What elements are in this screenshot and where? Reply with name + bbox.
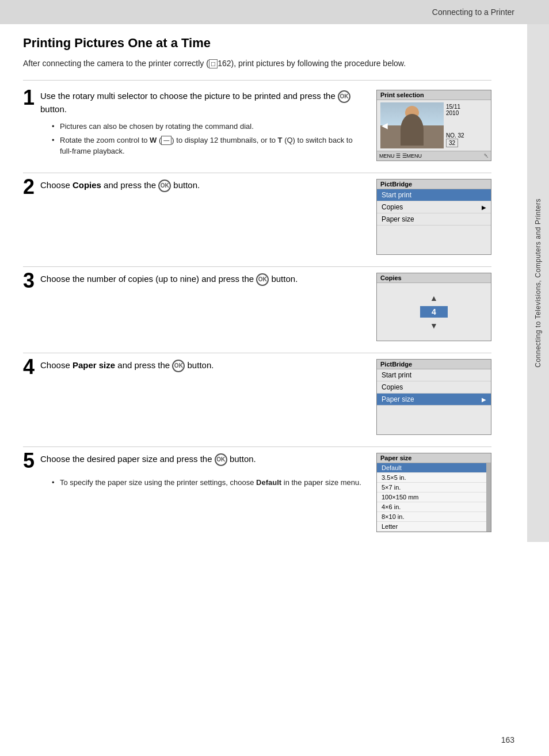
paper-size-item-5x7: 5×7 in.: [377, 483, 491, 492]
step-5-screen: Paper size Default 3.5×5 in. 5×7 in. 100…: [376, 453, 491, 532]
paper-size-list: Default 3.5×5 in. 5×7 in. 100×150 mm 4×6…: [377, 463, 491, 532]
screen-no-value: 32: [446, 139, 458, 147]
menu-item-papersize-2: Paper size ▶: [377, 394, 491, 406]
menu-item-papersize-1: Paper size: [377, 213, 491, 226]
screen-no-area: NO. 32 32: [446, 132, 464, 147]
step-2-text: Choose Copies and press the OK button.: [40, 179, 200, 192]
step-3-number: 3: [23, 270, 35, 291]
menu-item-label: Start print: [382, 191, 411, 199]
step-3-header: 3 Choose the number of copies (up to nin…: [23, 273, 365, 291]
main-content: Printing Pictures One at a Time After co…: [23, 24, 514, 544]
step-1-number: 1: [23, 87, 35, 108]
menu-item-copies-2: Copies: [377, 381, 491, 394]
menu-item-label: Paper size: [382, 215, 414, 223]
print-selection-inner: ◀ 15/112010 NO. 32 32: [380, 102, 487, 148]
menu-spacer-2: [377, 406, 491, 434]
paper-size-item-letter: Letter: [377, 522, 491, 532]
print-selection-content: ◀ 15/112010 NO. 32 32: [377, 100, 491, 151]
step-5-left: 5 Choose the desired paper size and pres…: [23, 453, 365, 491]
pictbridge-title-2: PictBridge: [377, 360, 491, 369]
step-5-bullets: To specify the paper size using the prin…: [52, 477, 365, 488]
step-5-bullet-1: To specify the paper size using the prin…: [52, 477, 365, 488]
paper-size-item-8x10: 8×10 in.: [377, 512, 491, 522]
step-1-text: Use the rotary multi selector to choose …: [40, 90, 365, 115]
step-1-row: 1 Use the rotary multi selector to choos…: [23, 90, 491, 173]
menu-arrow-icon: ▶: [482, 204, 486, 211]
menu-item-label: Start print: [382, 371, 411, 379]
nav-arrow-left-icon: ◀: [382, 121, 388, 130]
copies-box: Copies ▲ 4 ▼: [376, 273, 491, 341]
menu-item-label: Paper size: [382, 395, 414, 403]
step-4-header: 4 Choose Paper size and press the OK but…: [23, 359, 365, 377]
menu-item-copies-1: Copies ▶: [377, 201, 491, 213]
scrollbar: [486, 463, 491, 532]
ok-button-symbol-2: OK: [158, 180, 171, 192]
step-2-row: 2 Choose Copies and press the OK button.…: [23, 179, 491, 267]
step-2-screen: PictBridge Start print Copies ▶ Paper si…: [376, 179, 491, 255]
step-2-number: 2: [23, 177, 35, 197]
step-4-text: Choose Paper size and press the OK butto…: [40, 359, 214, 372]
header-title: Connecting to a Printer: [432, 7, 514, 17]
paper-size-item-4x6: 4×6 in.: [377, 502, 491, 512]
screen-info-right: 15/112010 NO. 32 32: [446, 102, 464, 148]
paper-size-item-default: Default: [377, 463, 491, 473]
menu-item-start-print-1: Start print: [377, 189, 491, 201]
top-header: Connecting to a Printer: [0, 0, 549, 24]
step-4-number: 4: [23, 357, 35, 377]
menu-item-label: Copies: [382, 383, 403, 391]
pictbridge-copies-box: PictBridge Start print Copies ▶ Paper si…: [376, 179, 491, 255]
copies-inner: ▲ 4 ▼: [377, 283, 491, 341]
paper-size-item-100x150: 100×150 mm: [377, 492, 491, 502]
print-selection-title: Print selection: [377, 90, 491, 100]
step-1-left: 1 Use the rotary multi selector to choos…: [23, 90, 365, 159]
page-number: 163: [501, 735, 514, 744]
photo-person: [401, 114, 424, 146]
ok-button-symbol-3: OK: [256, 273, 269, 286]
copies-down-arrow-icon: ▼: [430, 321, 438, 330]
copies-value: 4: [420, 306, 448, 318]
step-1-bullet-1: Pictures can also be chosen by rotating …: [52, 121, 365, 132]
pictbridge-menu-1: Start print Copies ▶ Paper size: [377, 189, 491, 254]
photo-area: ◀: [380, 102, 444, 148]
step-5-text: Choose the desired paper size and press …: [40, 453, 256, 466]
print-selection-box: Print selection ◀ 15/112010: [376, 90, 491, 161]
step-4-screen: PictBridge Start print Copies Paper size…: [376, 359, 491, 435]
section-subtitle: After connecting the camera to the print…: [23, 58, 491, 70]
step-2-header: 2 Choose Copies and press the OK button.: [23, 179, 365, 197]
top-divider: [23, 80, 491, 81]
side-tab-text: Connecting to Televisions, Computers and…: [534, 198, 542, 368]
side-tab: Connecting to Televisions, Computers and…: [527, 24, 549, 542]
step-3-row: 3 Choose the number of copies (up to nin…: [23, 273, 491, 353]
menu-arrow-icon-2: ▶: [482, 396, 486, 403]
copies-title: Copies: [377, 273, 491, 283]
paper-size-item-35x5: 3.5×5 in.: [377, 473, 491, 483]
menu-item-start-print-2: Start print: [377, 369, 491, 381]
ok-button-symbol-4: OK: [172, 360, 185, 372]
step-3-text: Choose the number of copies (up to nine)…: [40, 273, 298, 286]
step-5-header: 5 Choose the desired paper size and pres…: [23, 453, 365, 471]
menu-item-label: Copies: [382, 203, 403, 211]
ok-button-symbol-5: OK: [215, 453, 227, 466]
pictbridge-menu-2: Start print Copies Paper size ▶: [377, 369, 491, 434]
step-1-header: 1 Use the rotary multi selector to choos…: [23, 90, 365, 115]
step-2-left: 2 Choose Copies and press the OK button.: [23, 179, 365, 203]
screen-no-label: NO. 32: [446, 132, 464, 139]
trash-icon: ␡: [484, 152, 489, 159]
step-1-screen: Print selection ◀ 15/112010: [376, 90, 491, 161]
step-1-bullet-2: Rotate the zoom control to W (—) to disp…: [52, 135, 365, 157]
step-4-row: 4 Choose Paper size and press the OK but…: [23, 359, 491, 447]
step-5-row: 5 Choose the desired paper size and pres…: [23, 453, 491, 544]
step-4-left: 4 Choose Paper size and press the OK but…: [23, 359, 365, 383]
copies-up-arrow-icon: ▲: [430, 293, 438, 303]
section-title: Printing Pictures One at a Time: [23, 36, 491, 52]
step-1-bullets: Pictures can also be chosen by rotating …: [52, 121, 365, 157]
menu-icon-text: MENU ☰ ☰MENU: [379, 153, 422, 159]
screen-bottom-bar: MENU ☰ ☰MENU ␡: [377, 151, 491, 161]
step-3-left: 3 Choose the number of copies (up to nin…: [23, 273, 365, 297]
menu-spacer-1: [377, 226, 491, 254]
step-5-number: 5: [23, 450, 35, 471]
screen-date: 15/112010: [446, 104, 464, 116]
paper-size-title: Paper size: [377, 453, 491, 463]
paper-size-box: Paper size Default 3.5×5 in. 5×7 in. 100…: [376, 453, 491, 532]
pictbridge-title-1: PictBridge: [377, 180, 491, 189]
